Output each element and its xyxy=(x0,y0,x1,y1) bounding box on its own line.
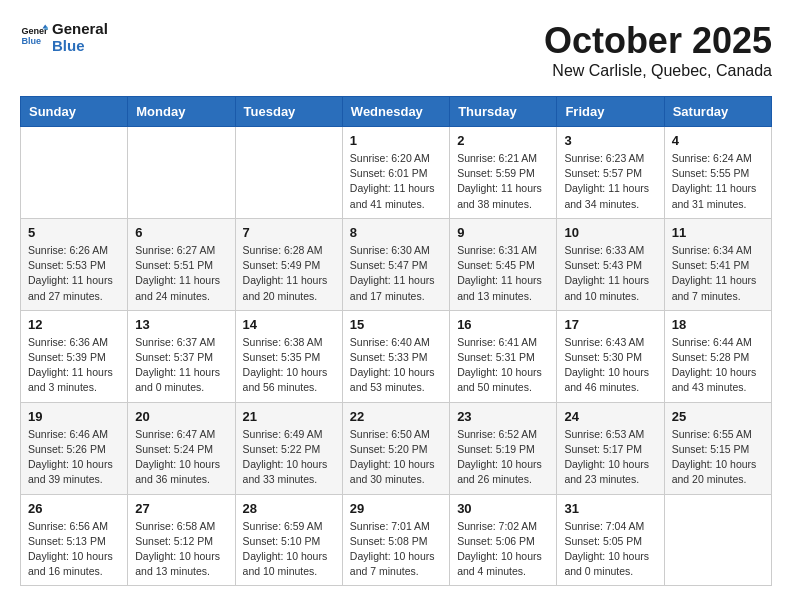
location-title: New Carlisle, Quebec, Canada xyxy=(544,62,772,80)
calendar-week-5: 26Sunrise: 6:56 AM Sunset: 5:13 PM Dayli… xyxy=(21,494,772,586)
header-thursday: Thursday xyxy=(450,97,557,127)
calendar-week-4: 19Sunrise: 6:46 AM Sunset: 5:26 PM Dayli… xyxy=(21,402,772,494)
calendar-cell: 15Sunrise: 6:40 AM Sunset: 5:33 PM Dayli… xyxy=(342,310,449,402)
calendar-cell: 14Sunrise: 6:38 AM Sunset: 5:35 PM Dayli… xyxy=(235,310,342,402)
day-info: Sunrise: 6:36 AM Sunset: 5:39 PM Dayligh… xyxy=(28,335,120,396)
title-section: October 2025 New Carlisle, Quebec, Canad… xyxy=(544,20,772,80)
day-number: 14 xyxy=(243,317,335,332)
calendar-cell: 12Sunrise: 6:36 AM Sunset: 5:39 PM Dayli… xyxy=(21,310,128,402)
calendar-cell: 30Sunrise: 7:02 AM Sunset: 5:06 PM Dayli… xyxy=(450,494,557,586)
calendar-cell: 18Sunrise: 6:44 AM Sunset: 5:28 PM Dayli… xyxy=(664,310,771,402)
header-monday: Monday xyxy=(128,97,235,127)
day-number: 25 xyxy=(672,409,764,424)
day-info: Sunrise: 6:24 AM Sunset: 5:55 PM Dayligh… xyxy=(672,151,764,212)
day-info: Sunrise: 6:47 AM Sunset: 5:24 PM Dayligh… xyxy=(135,427,227,488)
day-number: 26 xyxy=(28,501,120,516)
header-sunday: Sunday xyxy=(21,97,128,127)
month-title: October 2025 xyxy=(544,20,772,62)
day-info: Sunrise: 6:55 AM Sunset: 5:15 PM Dayligh… xyxy=(672,427,764,488)
day-info: Sunrise: 6:56 AM Sunset: 5:13 PM Dayligh… xyxy=(28,519,120,580)
calendar-cell: 3Sunrise: 6:23 AM Sunset: 5:57 PM Daylig… xyxy=(557,127,664,219)
day-number: 27 xyxy=(135,501,227,516)
day-number: 10 xyxy=(564,225,656,240)
calendar-cell: 13Sunrise: 6:37 AM Sunset: 5:37 PM Dayli… xyxy=(128,310,235,402)
calendar-cell: 19Sunrise: 6:46 AM Sunset: 5:26 PM Dayli… xyxy=(21,402,128,494)
calendar-cell: 2Sunrise: 6:21 AM Sunset: 5:59 PM Daylig… xyxy=(450,127,557,219)
calendar-cell: 17Sunrise: 6:43 AM Sunset: 5:30 PM Dayli… xyxy=(557,310,664,402)
day-number: 11 xyxy=(672,225,764,240)
day-info: Sunrise: 6:33 AM Sunset: 5:43 PM Dayligh… xyxy=(564,243,656,304)
day-info: Sunrise: 6:26 AM Sunset: 5:53 PM Dayligh… xyxy=(28,243,120,304)
header-saturday: Saturday xyxy=(664,97,771,127)
day-number: 7 xyxy=(243,225,335,240)
day-info: Sunrise: 6:30 AM Sunset: 5:47 PM Dayligh… xyxy=(350,243,442,304)
calendar-cell: 23Sunrise: 6:52 AM Sunset: 5:19 PM Dayli… xyxy=(450,402,557,494)
calendar-cell: 11Sunrise: 6:34 AM Sunset: 5:41 PM Dayli… xyxy=(664,218,771,310)
header-wednesday: Wednesday xyxy=(342,97,449,127)
day-number: 4 xyxy=(672,133,764,148)
calendar-cell: 29Sunrise: 7:01 AM Sunset: 5:08 PM Dayli… xyxy=(342,494,449,586)
day-info: Sunrise: 6:50 AM Sunset: 5:20 PM Dayligh… xyxy=(350,427,442,488)
day-number: 8 xyxy=(350,225,442,240)
day-info: Sunrise: 6:27 AM Sunset: 5:51 PM Dayligh… xyxy=(135,243,227,304)
logo-general: General xyxy=(52,20,108,37)
calendar-cell: 31Sunrise: 7:04 AM Sunset: 5:05 PM Dayli… xyxy=(557,494,664,586)
day-info: Sunrise: 6:21 AM Sunset: 5:59 PM Dayligh… xyxy=(457,151,549,212)
day-info: Sunrise: 6:38 AM Sunset: 5:35 PM Dayligh… xyxy=(243,335,335,396)
calendar-week-1: 1Sunrise: 6:20 AM Sunset: 6:01 PM Daylig… xyxy=(21,127,772,219)
header-tuesday: Tuesday xyxy=(235,97,342,127)
day-number: 5 xyxy=(28,225,120,240)
day-number: 23 xyxy=(457,409,549,424)
day-info: Sunrise: 6:31 AM Sunset: 5:45 PM Dayligh… xyxy=(457,243,549,304)
day-number: 31 xyxy=(564,501,656,516)
day-number: 24 xyxy=(564,409,656,424)
svg-text:Blue: Blue xyxy=(21,36,41,46)
day-info: Sunrise: 6:41 AM Sunset: 5:31 PM Dayligh… xyxy=(457,335,549,396)
day-info: Sunrise: 6:28 AM Sunset: 5:49 PM Dayligh… xyxy=(243,243,335,304)
day-info: Sunrise: 6:37 AM Sunset: 5:37 PM Dayligh… xyxy=(135,335,227,396)
calendar-cell: 16Sunrise: 6:41 AM Sunset: 5:31 PM Dayli… xyxy=(450,310,557,402)
calendar-cell: 9Sunrise: 6:31 AM Sunset: 5:45 PM Daylig… xyxy=(450,218,557,310)
calendar-cell: 27Sunrise: 6:58 AM Sunset: 5:12 PM Dayli… xyxy=(128,494,235,586)
day-info: Sunrise: 6:59 AM Sunset: 5:10 PM Dayligh… xyxy=(243,519,335,580)
day-info: Sunrise: 6:49 AM Sunset: 5:22 PM Dayligh… xyxy=(243,427,335,488)
calendar-cell: 26Sunrise: 6:56 AM Sunset: 5:13 PM Dayli… xyxy=(21,494,128,586)
day-info: Sunrise: 7:04 AM Sunset: 5:05 PM Dayligh… xyxy=(564,519,656,580)
day-number: 18 xyxy=(672,317,764,332)
day-number: 21 xyxy=(243,409,335,424)
day-info: Sunrise: 6:20 AM Sunset: 6:01 PM Dayligh… xyxy=(350,151,442,212)
calendar-cell: 21Sunrise: 6:49 AM Sunset: 5:22 PM Dayli… xyxy=(235,402,342,494)
day-info: Sunrise: 6:46 AM Sunset: 5:26 PM Dayligh… xyxy=(28,427,120,488)
calendar-cell xyxy=(128,127,235,219)
day-number: 16 xyxy=(457,317,549,332)
logo-icon: General Blue xyxy=(20,23,48,51)
calendar-cell xyxy=(664,494,771,586)
calendar-cell: 22Sunrise: 6:50 AM Sunset: 5:20 PM Dayli… xyxy=(342,402,449,494)
day-info: Sunrise: 6:44 AM Sunset: 5:28 PM Dayligh… xyxy=(672,335,764,396)
calendar-cell: 7Sunrise: 6:28 AM Sunset: 5:49 PM Daylig… xyxy=(235,218,342,310)
calendar-cell: 10Sunrise: 6:33 AM Sunset: 5:43 PM Dayli… xyxy=(557,218,664,310)
day-number: 9 xyxy=(457,225,549,240)
day-number: 6 xyxy=(135,225,227,240)
calendar-cell: 5Sunrise: 6:26 AM Sunset: 5:53 PM Daylig… xyxy=(21,218,128,310)
day-info: Sunrise: 6:52 AM Sunset: 5:19 PM Dayligh… xyxy=(457,427,549,488)
calendar-week-2: 5Sunrise: 6:26 AM Sunset: 5:53 PM Daylig… xyxy=(21,218,772,310)
day-number: 1 xyxy=(350,133,442,148)
calendar-cell: 28Sunrise: 6:59 AM Sunset: 5:10 PM Dayli… xyxy=(235,494,342,586)
day-info: Sunrise: 6:34 AM Sunset: 5:41 PM Dayligh… xyxy=(672,243,764,304)
day-number: 17 xyxy=(564,317,656,332)
calendar-week-3: 12Sunrise: 6:36 AM Sunset: 5:39 PM Dayli… xyxy=(21,310,772,402)
day-number: 15 xyxy=(350,317,442,332)
day-number: 2 xyxy=(457,133,549,148)
day-info: Sunrise: 6:40 AM Sunset: 5:33 PM Dayligh… xyxy=(350,335,442,396)
calendar-cell: 4Sunrise: 6:24 AM Sunset: 5:55 PM Daylig… xyxy=(664,127,771,219)
day-info: Sunrise: 6:43 AM Sunset: 5:30 PM Dayligh… xyxy=(564,335,656,396)
header-row: SundayMondayTuesdayWednesdayThursdayFrid… xyxy=(21,97,772,127)
day-info: Sunrise: 7:02 AM Sunset: 5:06 PM Dayligh… xyxy=(457,519,549,580)
page-header: General Blue General Blue October 2025 N… xyxy=(20,20,772,80)
day-info: Sunrise: 6:23 AM Sunset: 5:57 PM Dayligh… xyxy=(564,151,656,212)
day-number: 19 xyxy=(28,409,120,424)
calendar-cell: 6Sunrise: 6:27 AM Sunset: 5:51 PM Daylig… xyxy=(128,218,235,310)
day-info: Sunrise: 6:58 AM Sunset: 5:12 PM Dayligh… xyxy=(135,519,227,580)
day-number: 12 xyxy=(28,317,120,332)
